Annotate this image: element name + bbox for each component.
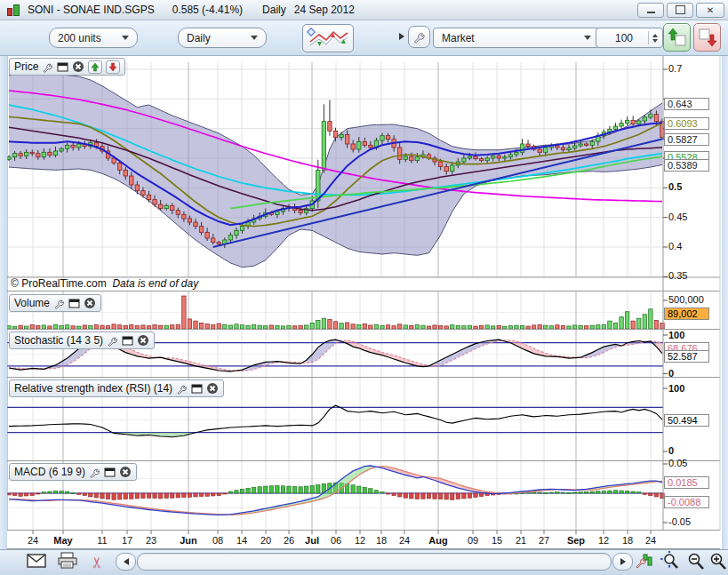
printer-icon xyxy=(57,552,78,570)
title-bar: SONI - SONAE IND.SGPS 0.585 (-4.41%) Dai… xyxy=(0,0,728,20)
title-symbol: SONI - SONAE IND.SGPS xyxy=(28,4,155,16)
units-dropdown[interactable]: 200 units xyxy=(49,28,138,48)
attribution-note: Data is end of day xyxy=(112,277,198,290)
timeframe-dropdown-value: Daily xyxy=(187,32,211,44)
zoom-in-icon xyxy=(708,552,728,571)
price-up-alert-icon[interactable] xyxy=(88,60,102,74)
chart-style-button[interactable] xyxy=(302,24,354,52)
candlestick-logo-icon xyxy=(6,4,19,16)
minimize-button[interactable] xyxy=(637,3,664,18)
detach-window-icon[interactable] xyxy=(191,383,203,395)
rsi-axis-label: 0 xyxy=(668,445,674,456)
price-panel-header: Price xyxy=(9,58,125,76)
chart-tools-button[interactable] xyxy=(635,552,652,572)
horizontal-scrollbar[interactable] xyxy=(137,553,612,571)
wrench-icon[interactable] xyxy=(89,467,100,478)
price-level-badge: 0.6093 xyxy=(664,117,709,130)
maximize-button[interactable] xyxy=(667,3,693,18)
stochastic-k-badge: 52.587 xyxy=(664,350,709,363)
macd-hist-badge: -0.0088 xyxy=(664,496,709,508)
wrench-icon[interactable] xyxy=(42,61,53,73)
rsi-last-badge: 50.494 xyxy=(664,414,709,427)
close-panel-icon[interactable] xyxy=(84,297,96,309)
x-axis-label: Jun xyxy=(172,535,204,546)
x-axis-label: 24 xyxy=(388,535,420,546)
volume-axis-max: 500,000 xyxy=(668,294,704,305)
zoom-out-button[interactable] xyxy=(686,552,706,574)
zoom-drag-icon xyxy=(660,551,681,572)
stochastic-axis-label: 100 xyxy=(668,330,684,340)
scroll-right-icon xyxy=(620,558,626,565)
x-axis-label: May xyxy=(47,535,79,546)
close-panel-icon[interactable] xyxy=(119,466,132,478)
macd-line-badge: 0.0185 xyxy=(664,476,709,489)
price-panel-label: Price xyxy=(14,60,38,73)
units-dropdown-value: 200 units xyxy=(58,32,101,44)
x-axis-label: 24 xyxy=(635,535,667,546)
close-panel-icon[interactable] xyxy=(206,382,219,395)
detach-window-icon[interactable] xyxy=(57,61,68,73)
detach-window-icon[interactable] xyxy=(122,335,133,347)
timeframe-dropdown[interactable]: Daily xyxy=(178,28,267,48)
price-level-badge: 0.5827 xyxy=(664,133,709,146)
close-panel-icon[interactable] xyxy=(137,334,149,347)
wrench-icon[interactable] xyxy=(107,335,118,347)
close-panel-icon[interactable] xyxy=(72,60,84,73)
volume-last-badge: 89,002 xyxy=(664,307,709,320)
price-down-alert-icon[interactable] xyxy=(106,60,120,74)
price-axis-label: 0.4 xyxy=(668,241,682,252)
email-button[interactable] xyxy=(27,554,46,571)
x-axis-label: Aug xyxy=(422,535,454,546)
window-right-border xyxy=(722,20,728,575)
scissors-icon[interactable]: ✂ xyxy=(88,556,106,569)
wrench-icon[interactable] xyxy=(176,383,188,395)
sell-order-button[interactable] xyxy=(693,23,721,52)
detach-window-icon[interactable] xyxy=(104,467,116,478)
close-button[interactable]: ✕ xyxy=(696,3,724,18)
scroll-left-button[interactable] xyxy=(116,553,136,571)
window-left-border xyxy=(0,20,7,575)
title-date: 24 Sep 2012 xyxy=(294,4,355,16)
market-dropdown-value: Market xyxy=(442,32,475,44)
x-axis-label: 24 xyxy=(17,535,49,546)
stochastic-panel-label: Stochastic (14 3 5) xyxy=(14,334,103,347)
zoom-in-button[interactable] xyxy=(708,552,728,574)
spinner-down-icon[interactable] xyxy=(652,39,658,43)
price-level-badge: 0.5389 xyxy=(664,159,709,172)
title-quote: 0.585 (-4.41%) xyxy=(172,4,243,16)
chart-wrench-icon xyxy=(635,552,652,570)
stochastic-axis-label: 0 xyxy=(668,368,674,379)
panel-expander-icon[interactable] xyxy=(399,33,404,40)
quantity-spinner[interactable]: 100 xyxy=(596,28,663,48)
price-axis-label: 0.7 xyxy=(668,63,682,74)
wrench-icon xyxy=(412,30,426,44)
rsi-axis-label: 100 xyxy=(668,383,684,394)
price-axis-label: 0.35 xyxy=(668,270,687,281)
chevron-down-icon xyxy=(122,36,129,40)
x-axis-label: 23 xyxy=(135,535,167,546)
chevron-down-icon xyxy=(251,36,258,40)
rsi-panel-header: Relative strength index (RSI) (14) xyxy=(9,379,224,397)
macd-panel-header: MACD (6 19 9) xyxy=(9,463,137,481)
zoom-select-button[interactable] xyxy=(660,551,681,575)
macd-axis-label: 0.05 xyxy=(668,458,687,468)
buy-arrow-icon xyxy=(668,28,687,47)
market-dropdown[interactable]: Market xyxy=(433,28,600,48)
chevron-down-icon xyxy=(584,36,591,40)
volume-panel-header: Volume xyxy=(9,294,101,312)
attribution-brand: © ProRealTime.com xyxy=(11,277,107,290)
envelope-icon xyxy=(27,554,46,568)
wrench-icon[interactable] xyxy=(53,298,65,309)
scroll-right-button[interactable] xyxy=(612,553,633,571)
print-button[interactable] xyxy=(57,552,78,572)
detach-window-icon[interactable] xyxy=(68,298,80,309)
spinner-up-icon[interactable] xyxy=(652,34,658,37)
attribution: © ProRealTime.com Data is end of day xyxy=(11,277,198,290)
buy-order-button[interactable] xyxy=(663,23,691,52)
zoom-out-icon xyxy=(686,552,706,571)
sell-arrow-icon xyxy=(698,28,717,47)
close-icon: ✕ xyxy=(707,5,714,15)
price-level-badge: 0.643 xyxy=(664,98,709,110)
scroll-left-icon xyxy=(124,558,129,565)
settings-wrench-button[interactable] xyxy=(408,26,430,48)
